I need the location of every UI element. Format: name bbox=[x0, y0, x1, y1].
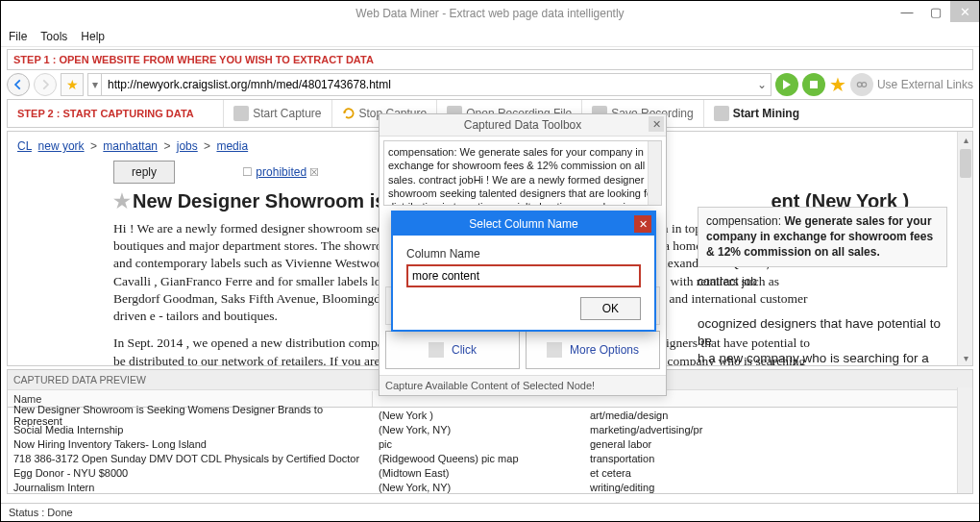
back-button[interactable] bbox=[7, 73, 30, 96]
content-scrollbar[interactable]: ▴ ▾ bbox=[957, 132, 972, 365]
toolbox-header[interactable]: Captured Data Toolbox ✕ bbox=[380, 114, 666, 137]
url-dropdown-left[interactable]: ▾ bbox=[88, 74, 102, 95]
menu-help[interactable]: Help bbox=[81, 30, 105, 43]
column-name-input[interactable] bbox=[406, 264, 641, 287]
preview-scrollbar[interactable] bbox=[957, 387, 972, 493]
url-bar: ▾ ⌄ bbox=[87, 73, 772, 96]
menu-file[interactable]: File bbox=[9, 30, 27, 43]
crumb-jobs[interactable]: jobs bbox=[177, 139, 198, 153]
scroll-up-icon[interactable]: ▴ bbox=[958, 132, 973, 147]
reply-button[interactable]: reply bbox=[113, 161, 175, 184]
table-row[interactable]: Now Hiring Inventory Takers- Long Island… bbox=[8, 436, 972, 451]
dialog-close-button[interactable]: ✕ bbox=[634, 215, 651, 233]
dialog-title: Select Column Name bbox=[469, 217, 577, 231]
table-row[interactable]: Social Media Internship(New York, NY)mar… bbox=[8, 422, 972, 436]
select-column-dialog: Select Column Name ✕ Column Name OK bbox=[391, 211, 656, 332]
bookmark-button[interactable]: ★ bbox=[61, 73, 84, 96]
star-grey-icon[interactable]: ★ bbox=[113, 189, 131, 212]
dialog-header[interactable]: Select Column Name ✕ bbox=[393, 212, 654, 236]
menubar: File Tools Help bbox=[1, 26, 979, 47]
window-buttons: — ▢ ✕ bbox=[893, 1, 979, 22]
nav-row: ★ ▾ ⌄ ★ Use External Links bbox=[7, 73, 973, 96]
svg-point-0 bbox=[857, 83, 862, 87]
contract-label: contract job bbox=[698, 275, 947, 288]
favorite-button[interactable]: ★ bbox=[829, 73, 846, 96]
url-input[interactable] bbox=[102, 78, 753, 91]
svg-point-1 bbox=[862, 83, 867, 87]
preview-rows: New Designer Showroom is Seeking Womens … bbox=[8, 408, 972, 494]
arrow-left-icon bbox=[12, 78, 25, 91]
minimize-button[interactable]: — bbox=[893, 1, 921, 22]
url-dropdown-right[interactable]: ⌄ bbox=[753, 78, 771, 91]
close-button[interactable]: ✕ bbox=[950, 1, 979, 22]
external-links-label[interactable]: Use External Links bbox=[877, 78, 973, 91]
prohibited-link[interactable]: prohibited bbox=[256, 165, 306, 179]
step2-label: STEP 2 : START CAPTURING DATA bbox=[8, 108, 204, 119]
ok-button[interactable]: OK bbox=[580, 297, 641, 320]
star-icon: ★ bbox=[66, 77, 79, 92]
toolbox-text-scrollbar[interactable] bbox=[648, 141, 661, 205]
external-link-icon[interactable] bbox=[850, 73, 873, 96]
compensation-box: compensation: We generate sales for your… bbox=[698, 207, 947, 267]
crumb-media[interactable]: media bbox=[216, 139, 248, 153]
menu-tools[interactable]: Tools bbox=[40, 30, 67, 43]
titlebar: Web Data Miner - Extract web page data i… bbox=[1, 1, 979, 26]
toolbox-close-button[interactable]: ✕ bbox=[649, 116, 664, 132]
step1-label: STEP 1 : OPEN WEBSITE FROM WHERE YOU WIS… bbox=[7, 49, 973, 70]
scroll-down-icon[interactable]: ▾ bbox=[958, 350, 973, 365]
toolbox-button-row-2: Click More Options bbox=[380, 331, 666, 375]
start-mining-button[interactable]: Start Mining bbox=[703, 100, 809, 127]
compensation-label: compensation: bbox=[706, 214, 784, 228]
stop-button[interactable] bbox=[802, 73, 825, 96]
app-title: Web Data Miner - Extract web page data i… bbox=[355, 7, 624, 20]
toolbox-footer: Capture Available Content of Selected No… bbox=[380, 375, 666, 395]
crumb-newyork[interactable]: new york bbox=[38, 139, 85, 153]
arrow-right-icon bbox=[38, 78, 52, 91]
body2-right-line2: h a new company who is searching for a s… bbox=[698, 350, 947, 366]
click-button[interactable]: Click bbox=[385, 331, 520, 369]
table-row[interactable]: Egg Donor - NYU $8000(Midtown East)et ce… bbox=[8, 465, 972, 480]
maximize-button[interactable]: ▢ bbox=[921, 1, 950, 22]
headline-left: New Designer Showroom is Se bbox=[133, 190, 414, 212]
flag-icon: ☒ bbox=[309, 166, 319, 178]
table-row[interactable]: 718 386-3172 Open Sunday DMV DOT CDL Phy… bbox=[8, 451, 972, 465]
column-name-label: Column Name bbox=[406, 247, 641, 261]
forward-button[interactable] bbox=[34, 73, 57, 96]
checkbox-icon[interactable]: ☐ bbox=[242, 165, 253, 179]
mining-icon bbox=[714, 106, 729, 121]
crumb-cl[interactable]: CL bbox=[17, 139, 32, 153]
crumb-manhattan[interactable]: manhattan bbox=[103, 139, 158, 153]
capture-icon bbox=[233, 106, 249, 121]
toolbox-captured-text: compensation: We generate sales for your… bbox=[383, 140, 662, 206]
table-row[interactable]: New Designer Showroom is Seeking Womens … bbox=[8, 408, 972, 422]
toolbox-title: Captured Data Toolbox bbox=[464, 118, 582, 132]
stop-icon bbox=[810, 81, 818, 88]
table-row[interactable]: Journalism Intern(New York, NY)writing/e… bbox=[8, 480, 972, 494]
options-icon bbox=[547, 342, 562, 358]
undo-icon bbox=[342, 107, 355, 120]
compensation-panel: compensation: We generate sales for your… bbox=[698, 207, 947, 366]
more-options-button[interactable]: More Options bbox=[526, 331, 660, 369]
start-capture-button[interactable]: Start Capture bbox=[223, 100, 331, 127]
status-bar: Status : Done bbox=[1, 503, 979, 521]
play-icon bbox=[783, 80, 791, 89]
cursor-icon bbox=[429, 342, 444, 358]
scroll-thumb[interactable] bbox=[960, 149, 971, 178]
body2-right-line1: ocognized designers that have potential … bbox=[698, 315, 947, 350]
go-button[interactable] bbox=[775, 73, 798, 96]
